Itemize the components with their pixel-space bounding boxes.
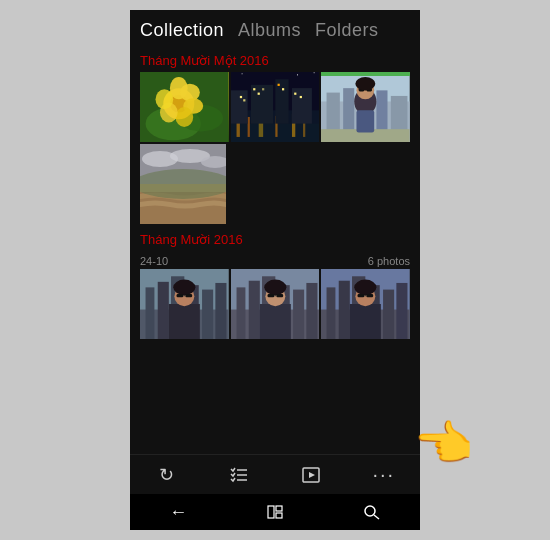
svg-rect-27 (275, 79, 288, 123)
svg-rect-24 (253, 88, 255, 90)
photo-grid-row2 (130, 144, 420, 224)
svg-rect-61 (146, 287, 155, 339)
svg-rect-21 (240, 96, 242, 98)
scroll-area: Tháng Mười Một 2016 (130, 47, 420, 454)
phone-wrapper: Collection Albums Folders Tháng Mười Một… (130, 10, 420, 530)
svg-point-36 (313, 72, 314, 73)
svg-rect-95 (350, 304, 381, 339)
phone-screen: Collection Albums Folders Tháng Mười Một… (130, 10, 420, 530)
svg-rect-107 (276, 506, 282, 511)
win-nav-bar: ← (130, 494, 420, 530)
section2-label: Tháng Mười 2016 (130, 226, 420, 251)
svg-rect-98 (358, 294, 365, 297)
photo-flower[interactable] (140, 72, 229, 142)
svg-rect-66 (215, 283, 226, 339)
svg-rect-100 (365, 295, 367, 296)
svg-rect-23 (251, 85, 273, 124)
svg-line-110 (374, 515, 379, 519)
checklist-icon[interactable] (223, 459, 255, 491)
photo-city-night[interactable] (231, 72, 320, 142)
svg-point-83 (264, 280, 286, 296)
svg-point-109 (365, 506, 375, 516)
svg-rect-75 (236, 287, 245, 339)
svg-point-50 (356, 77, 376, 90)
svg-rect-71 (185, 294, 192, 297)
svg-rect-89 (327, 287, 336, 339)
svg-point-33 (241, 73, 242, 74)
svg-rect-81 (259, 304, 290, 339)
svg-rect-84 (267, 294, 274, 297)
svg-rect-106 (268, 506, 274, 518)
svg-rect-90 (339, 281, 350, 339)
svg-rect-99 (367, 294, 374, 297)
photo-girl-outdoor[interactable] (321, 72, 410, 142)
svg-rect-94 (397, 283, 408, 339)
search-button[interactable] (363, 504, 381, 520)
nav-tabs: Collection Albums Folders (130, 10, 420, 47)
bottom-toolbar: ↻ ··· (130, 454, 420, 494)
photo-girl-2[interactable] (231, 269, 320, 339)
svg-rect-80 (306, 283, 317, 339)
svg-point-35 (297, 74, 298, 75)
svg-point-10 (156, 89, 174, 109)
svg-rect-86 (274, 295, 276, 296)
svg-rect-25 (257, 93, 259, 95)
svg-point-58 (140, 169, 226, 199)
green-bar (321, 72, 410, 76)
svg-rect-31 (294, 93, 296, 95)
more-icon[interactable]: ··· (368, 459, 400, 491)
svg-rect-29 (282, 88, 284, 90)
svg-rect-79 (293, 290, 304, 339)
svg-rect-32 (299, 96, 301, 98)
svg-rect-72 (183, 295, 185, 296)
date-count-row: 24-10 6 photos (130, 251, 420, 269)
svg-point-8 (175, 107, 193, 127)
svg-rect-67 (169, 304, 200, 339)
svg-rect-22 (243, 99, 245, 101)
svg-marker-105 (309, 472, 315, 478)
svg-rect-15 (247, 117, 249, 137)
home-button[interactable] (266, 504, 284, 520)
photo-girl-1[interactable] (140, 269, 229, 339)
section1-label: Tháng Mười Một 2016 (130, 47, 420, 72)
section2-count: 6 photos (368, 255, 410, 267)
svg-rect-65 (202, 290, 213, 339)
photo-grid-row3 (130, 269, 420, 339)
svg-rect-62 (158, 282, 169, 339)
tab-collection[interactable]: Collection (140, 20, 224, 41)
back-button[interactable]: ← (169, 502, 187, 523)
photo-girl-3[interactable] (321, 269, 410, 339)
photo-beach-flood[interactable] (140, 144, 226, 224)
svg-point-69 (173, 280, 195, 296)
svg-rect-85 (276, 294, 283, 297)
svg-rect-76 (248, 281, 259, 339)
section2-date: 24-10 (140, 255, 168, 267)
hand-cursor-icon: 👉 (415, 416, 475, 472)
svg-rect-93 (383, 290, 394, 339)
svg-rect-28 (277, 84, 279, 86)
tab-albums[interactable]: Albums (238, 20, 301, 41)
photo-grid-row1 (130, 72, 420, 142)
slideshow-icon[interactable] (295, 459, 327, 491)
svg-rect-70 (177, 294, 184, 297)
svg-rect-51 (357, 110, 375, 132)
svg-rect-26 (262, 88, 264, 90)
tab-folders[interactable]: Folders (315, 20, 379, 41)
svg-rect-108 (276, 513, 282, 518)
svg-point-97 (355, 280, 377, 296)
svg-rect-20 (231, 90, 248, 123)
sync-icon[interactable]: ↻ (150, 459, 182, 491)
